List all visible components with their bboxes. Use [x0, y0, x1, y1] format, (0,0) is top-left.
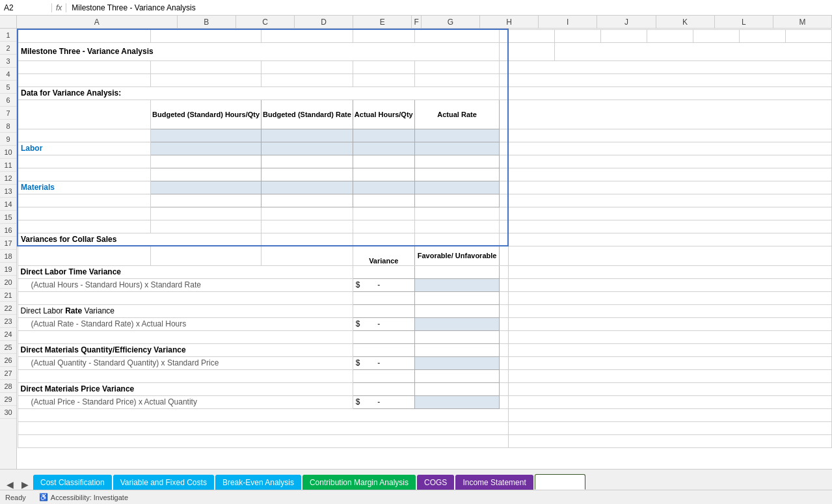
cell-a15[interactable]: Variances for Collar Sales: [18, 233, 262, 246]
rownum-28[interactable]: 28: [0, 380, 16, 393]
cell-g6-m6[interactable]: [508, 99, 831, 129]
cell-l1[interactable]: [739, 29, 785, 42]
cell-b6[interactable]: Budgeted (Standard) Hours/Qty: [151, 99, 262, 129]
col-header-e[interactable]: E: [353, 16, 412, 28]
cell-g15-m15[interactable]: [508, 233, 831, 246]
cell-d1[interactable]: [353, 29, 414, 42]
rownum-18[interactable]: 18: [0, 250, 16, 263]
cell-a10[interactable]: [18, 168, 151, 181]
cell-b1[interactable]: [151, 29, 262, 42]
cell-g22-m22[interactable]: [508, 330, 831, 343]
cell-i1[interactable]: [600, 29, 647, 42]
rownum-21[interactable]: 21: [0, 289, 16, 302]
rownum-8[interactable]: 8: [0, 120, 16, 133]
cell-a2[interactable]: Milestone Three - Variance Analysis: [18, 42, 500, 60]
cell-f5[interactable]: [500, 86, 508, 99]
rownum-29[interactable]: 29: [0, 393, 16, 406]
rownum-19[interactable]: 19: [0, 263, 16, 276]
rownum-15[interactable]: 15: [0, 211, 16, 224]
cell-d10[interactable]: [353, 168, 414, 181]
cell-a14[interactable]: [18, 220, 151, 233]
tab-variable-fixed[interactable]: Variable and Fixed Costs: [113, 475, 214, 490]
cell-e13[interactable]: [414, 207, 500, 220]
cell-c11[interactable]: [262, 181, 353, 194]
cell-g25-m25[interactable]: [508, 369, 831, 382]
tab-income-statement[interactable]: Income Statement: [455, 475, 533, 490]
rownum-5[interactable]: 5: [0, 81, 16, 94]
col-header-c[interactable]: C: [236, 16, 295, 28]
cell-f14[interactable]: [500, 220, 508, 233]
cell-e1[interactable]: [414, 29, 500, 42]
cell-d7[interactable]: [353, 129, 414, 142]
cell-f27[interactable]: [500, 395, 508, 408]
cell-d27[interactable]: $ -: [353, 395, 414, 408]
cell-f8[interactable]: [500, 142, 508, 155]
cell-f25[interactable]: [500, 369, 508, 382]
rownum-4[interactable]: 4: [0, 68, 16, 81]
cell-b16[interactable]: [151, 246, 262, 265]
cell-d18[interactable]: $ -: [353, 278, 414, 291]
rownum-3[interactable]: 3: [0, 55, 16, 68]
cell-b14[interactable]: [151, 220, 262, 233]
rownum-2[interactable]: 2: [0, 42, 16, 55]
cell-a8[interactable]: Labor: [18, 142, 151, 155]
cell-c14[interactable]: [262, 220, 353, 233]
rownum-1[interactable]: 1: [0, 29, 16, 42]
rownum-16[interactable]: 16: [0, 224, 16, 237]
cell-e22[interactable]: [414, 330, 500, 343]
cell-e15[interactable]: [414, 233, 500, 246]
col-header-g[interactable]: G: [422, 16, 480, 28]
cell-f6[interactable]: [500, 99, 508, 129]
cell-g29-m29[interactable]: [508, 421, 831, 434]
tab-variances[interactable]: Variances: [535, 474, 585, 490]
cell-d4[interactable]: [353, 73, 414, 86]
cell-a26[interactable]: Direct Materials Price Variance: [18, 382, 353, 395]
rownum-13[interactable]: 13: [0, 185, 16, 198]
cell-e20[interactable]: [414, 304, 500, 317]
cell-f16[interactable]: [500, 246, 508, 265]
cell-d14[interactable]: [353, 220, 414, 233]
cell-b4[interactable]: [151, 73, 262, 86]
cell-g13-m13[interactable]: [508, 207, 831, 220]
cell-d15[interactable]: [353, 233, 414, 246]
cell-c3[interactable]: [262, 60, 353, 73]
cell-a7[interactable]: [18, 129, 151, 142]
cell-c12[interactable]: [262, 194, 353, 207]
cell-c10[interactable]: [262, 168, 353, 181]
cell-e8[interactable]: [414, 142, 500, 155]
col-header-a[interactable]: A: [17, 16, 178, 28]
cell-g20-m20[interactable]: [508, 304, 831, 317]
cell-e23[interactable]: [414, 343, 500, 356]
cell-g9-m9[interactable]: [508, 155, 831, 168]
rownum-17[interactable]: 17: [0, 237, 16, 250]
rownum-26[interactable]: 26: [0, 354, 16, 367]
cell-g3-m3[interactable]: [508, 60, 831, 73]
cell-g11-m11[interactable]: [508, 181, 831, 194]
cell-d20[interactable]: [353, 304, 414, 317]
cell-g18-m18[interactable]: [508, 278, 831, 291]
cell-b7[interactable]: [151, 129, 262, 142]
cell-d11[interactable]: [353, 181, 414, 194]
cell-a30[interactable]: [18, 434, 508, 447]
cell-m1[interactable]: [785, 29, 831, 42]
cell-g23-m23[interactable]: [508, 343, 831, 356]
cell-d21[interactable]: $ -: [353, 317, 414, 330]
cell-e21[interactable]: [414, 317, 500, 330]
name-box[interactable]: A2: [0, 3, 52, 12]
cell-b3[interactable]: [151, 60, 262, 73]
cell-b8[interactable]: [151, 142, 262, 155]
rownum-7[interactable]: 7: [0, 107, 16, 120]
cell-a1[interactable]: [18, 29, 151, 42]
cell-f9[interactable]: [500, 155, 508, 168]
cell-d16[interactable]: Variance: [353, 246, 414, 265]
cell-d12[interactable]: [353, 194, 414, 207]
cell-d3[interactable]: [353, 60, 414, 73]
cell-b13[interactable]: [151, 207, 262, 220]
cell-b10[interactable]: [151, 168, 262, 181]
cell-f17[interactable]: [500, 265, 508, 278]
cell-f1[interactable]: [500, 29, 508, 42]
cell-g4-m4[interactable]: [508, 73, 831, 86]
rownum-30[interactable]: 30: [0, 406, 16, 419]
cell-a3[interactable]: [18, 60, 151, 73]
cell-f22[interactable]: [500, 330, 508, 343]
